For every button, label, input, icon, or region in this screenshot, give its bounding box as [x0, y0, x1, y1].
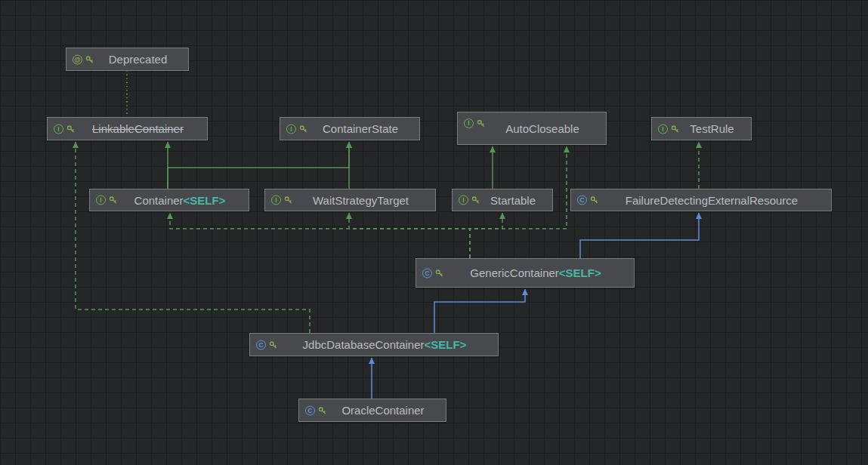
generic-type-param: <SELF> [559, 266, 601, 279]
node-label: OracleContainer [341, 404, 424, 417]
key-icon [109, 196, 117, 205]
node-icons: I [459, 196, 480, 205]
key-icon [318, 406, 326, 414]
node-wait-strategy-target[interactable]: I WaitStrategyTarget [264, 189, 436, 211]
key-icon [671, 125, 679, 133]
edge-jdbc-database-container-extends-generic-container[interactable] [434, 289, 525, 333]
node-failure-detecting-external-resource[interactable]: C FailureDetectingExternalResource [570, 189, 832, 211]
key-icon [299, 125, 307, 133]
node-label: FailureDetectingExternalResource [626, 194, 798, 207]
edge-generic-container-extends-failure-detecting-external-resource[interactable] [580, 213, 699, 258]
node-label: JdbcDatabaseContainer<SELF> [303, 338, 467, 351]
key-icon [269, 340, 277, 349]
node-icons: C [422, 268, 443, 278]
key-icon [284, 196, 292, 205]
node-label: GenericContainer<SELF> [470, 266, 601, 279]
node-test-rule[interactable]: I TestRule [651, 117, 752, 140]
node-jdbc-database-container[interactable]: C JdbcDatabaseContainer<SELF> [249, 333, 499, 356]
annotation-icon: @ [73, 54, 82, 64]
key-icon [477, 119, 485, 128]
key-icon [435, 269, 443, 277]
node-label: Startable [490, 194, 536, 207]
node-label: WaitStrategyTarget [313, 194, 409, 207]
node-label: TestRule [690, 122, 734, 135]
node-deprecated[interactable]: @ Deprecated [66, 48, 189, 71]
edge-generic-container-implements-wait-strategy-target[interactable] [349, 213, 470, 258]
interface-icon: I [96, 196, 106, 205]
edge-jdbc-database-container-implements-linkable-container[interactable] [76, 142, 310, 333]
interface-icon: I [464, 119, 474, 128]
node-icons: I [286, 124, 307, 134]
class-icon: C [577, 196, 587, 205]
node-icons: I [54, 124, 75, 134]
key-icon [471, 196, 480, 205]
diagram-canvas[interactable]: @ Deprecated I LinkableContainer I Conta… [0, 0, 868, 465]
node-label: ContainerState [323, 122, 398, 135]
class-icon: C [256, 340, 266, 350]
node-oracle-container[interactable]: C OracleContainer [298, 399, 446, 422]
node-auto-closeable[interactable]: I AutoCloseable [457, 112, 607, 145]
node-label: Container<SELF> [134, 194, 226, 207]
key-icon [590, 196, 598, 205]
interface-icon: I [286, 124, 296, 134]
interface-icon: I [658, 124, 668, 134]
node-icons: C [256, 340, 277, 350]
edge-generic-container-implements-container[interactable] [170, 213, 470, 258]
node-label: AutoCloseable [505, 122, 579, 135]
key-icon [85, 55, 94, 63]
node-icons: I [271, 196, 292, 205]
node-label: LinkableContainer [92, 122, 184, 135]
class-icon: C [305, 405, 315, 415]
node-icons: C [305, 405, 326, 415]
generic-type-param: <SELF> [184, 194, 226, 207]
node-startable[interactable]: I Startable [452, 189, 553, 211]
node-container[interactable]: I Container<SELF> [89, 189, 249, 211]
node-linkable-container[interactable]: I LinkableContainer [47, 117, 208, 140]
node-icons: I [96, 196, 117, 205]
node-icons: @ [73, 54, 94, 64]
node-container-state[interactable]: I ContainerState [280, 117, 420, 140]
interface-icon: I [459, 196, 468, 205]
node-generic-container[interactable]: C GenericContainer<SELF> [415, 258, 635, 288]
key-icon [66, 125, 75, 133]
node-icons: I [658, 124, 679, 134]
edge-container-extends-container-state[interactable] [168, 142, 349, 189]
class-icon: C [422, 268, 432, 278]
node-icons: C [577, 196, 598, 205]
node-icons: I [464, 119, 485, 128]
node-label: Deprecated [109, 53, 168, 66]
interface-icon: I [54, 124, 63, 134]
generic-type-param: <SELF> [425, 338, 467, 351]
interface-icon: I [271, 196, 281, 205]
edge-generic-container-implements-startable[interactable] [470, 213, 502, 258]
